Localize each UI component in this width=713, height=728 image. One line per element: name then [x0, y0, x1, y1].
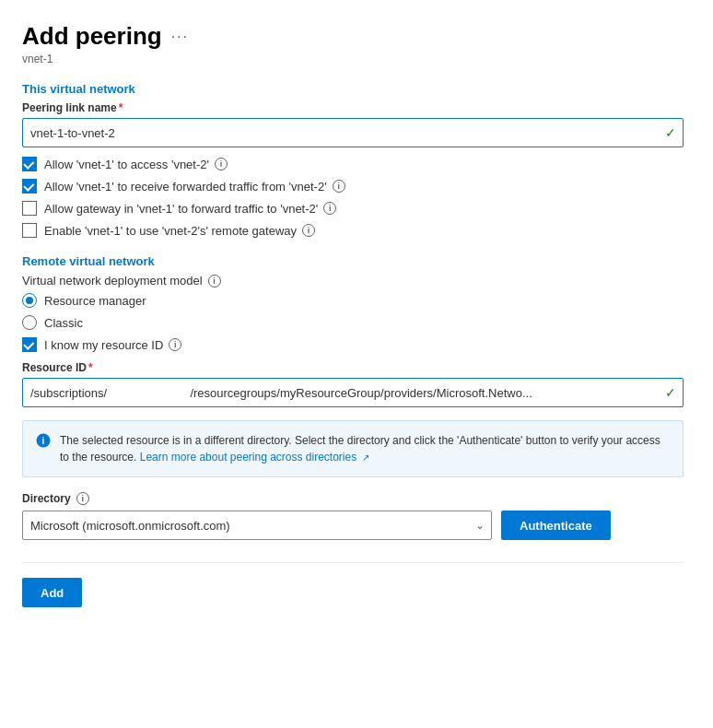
checkbox-3-label: Allow gateway in 'vnet-1' to forward tra…: [44, 202, 336, 216]
checkbox-2-info-icon[interactable]: i: [333, 180, 345, 193]
checkbox-row-resource-id: I know my resource ID i: [22, 337, 684, 352]
radio-resource-manager[interactable]: [22, 293, 37, 308]
resource-id-wrapper: ✓: [22, 378, 684, 407]
title-ellipsis: ···: [171, 29, 189, 45]
radio-classic[interactable]: [22, 315, 37, 330]
peering-link-name-label: Peering link name*: [22, 101, 684, 114]
checkbox-row-1: Allow 'vnet-1' to access 'vnet-2' i: [22, 157, 684, 171]
resource-id-label: Resource ID*: [22, 361, 684, 374]
checkbox-row-4: Enable 'vnet-1' to use 'vnet-2's' remote…: [22, 223, 684, 238]
peering-link-name-wrapper: ✓: [22, 118, 684, 147]
checkbox-1-label: Allow 'vnet-1' to access 'vnet-2' i: [44, 158, 228, 171]
authenticate-button[interactable]: Authenticate: [501, 511, 611, 540]
checkbox-2-label: Allow 'vnet-1' to receive forwarded traf…: [44, 180, 345, 194]
checkbox-3-info-icon[interactable]: i: [323, 202, 336, 215]
peering-link-name-input[interactable]: [22, 118, 684, 147]
checkbox-row-3: Allow gateway in 'vnet-1' to forward tra…: [22, 201, 684, 216]
section-remote-vnet: Remote virtual network: [22, 254, 684, 268]
radio-row-resource-manager: Resource manager: [22, 293, 684, 308]
resource-id-checkmark-icon: ✓: [665, 385, 676, 400]
title-text: Add peering: [22, 22, 162, 51]
info-box-icon: i: [36, 433, 51, 452]
directory-label: Directory: [22, 492, 71, 505]
deployment-model-info-icon[interactable]: i: [208, 275, 221, 288]
section-this-vnet: This virtual network: [22, 82, 684, 96]
directory-info-icon[interactable]: i: [76, 492, 89, 505]
page-subtitle: vnet-1: [22, 53, 684, 65]
radio-classic-label: Classic: [44, 316, 83, 330]
checkbox-4-label: Enable 'vnet-1' to use 'vnet-2's' remote…: [44, 224, 315, 238]
info-box: i The selected resource is in a differen…: [22, 420, 684, 477]
checkbox-4-info-icon[interactable]: i: [302, 224, 315, 237]
checkbox-1-info-icon[interactable]: i: [215, 158, 228, 170]
add-button[interactable]: Add: [22, 578, 82, 607]
footer-divider: [22, 562, 684, 563]
directory-label-row: Directory i: [22, 492, 684, 505]
svg-text:i: i: [42, 436, 45, 446]
know-resource-id-info-icon[interactable]: i: [169, 338, 181, 351]
checkbox-know-resource-id[interactable]: [22, 337, 37, 352]
checkbox-know-resource-id-label: I know my resource ID i: [44, 338, 181, 352]
directory-row: Microsoft (microsoft.onmicrosoft.com) ⌄ …: [22, 511, 684, 540]
directory-select-wrapper: Microsoft (microsoft.onmicrosoft.com) ⌄: [22, 511, 492, 540]
resource-id-input[interactable]: [22, 378, 684, 407]
checkbox-3[interactable]: [22, 201, 37, 216]
deployment-model-label: Virtual network deployment model: [22, 274, 203, 288]
learn-more-link[interactable]: Learn more about peering across director…: [140, 451, 369, 464]
directory-select[interactable]: Microsoft (microsoft.onmicrosoft.com): [22, 511, 492, 540]
info-box-message: The selected resource is in a different …: [60, 432, 670, 465]
checkbox-4[interactable]: [22, 223, 37, 238]
external-link-icon: ↗: [362, 451, 369, 464]
checkbox-2[interactable]: [22, 179, 37, 194]
radio-resource-manager-label: Resource manager: [44, 294, 146, 308]
radio-row-classic: Classic: [22, 315, 684, 330]
page-title: Add peering ···: [22, 22, 189, 51]
checkbox-row-2: Allow 'vnet-1' to receive forwarded traf…: [22, 179, 684, 194]
deployment-model-label-row: Virtual network deployment model i: [22, 274, 684, 288]
input-checkmark-icon: ✓: [665, 125, 676, 140]
checkbox-1[interactable]: [22, 157, 37, 171]
